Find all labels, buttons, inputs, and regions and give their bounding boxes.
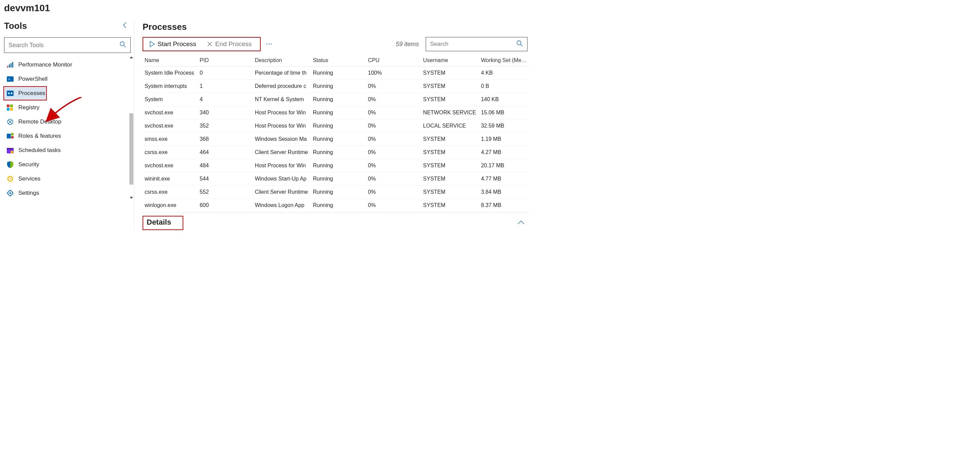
main-panel: Processes Start Process End Process ··· …	[134, 20, 530, 230]
svg-point-35	[517, 41, 521, 45]
more-actions-button[interactable]: ···	[266, 41, 272, 47]
svg-rect-22	[7, 148, 14, 149]
cell-name: System Idle Process	[143, 67, 197, 80]
sidebar-item-label: Registry	[18, 104, 40, 111]
cell-pid: 544	[197, 172, 253, 186]
scrollbar-thumb[interactable]	[129, 113, 134, 184]
svg-marker-32	[150, 41, 154, 47]
item-count: 59 items	[396, 41, 419, 48]
table-row[interactable]: winlogon.exe600Windows Logon AppRunning0…	[143, 199, 530, 212]
search-tools-input[interactable]	[8, 42, 119, 49]
sidebar-item-settings[interactable]: Settings	[3, 186, 127, 200]
cell-desc: Host Process for Win	[253, 159, 311, 172]
cell-pid: 0	[197, 67, 253, 80]
cell-desc: NT Kernel & System	[253, 93, 311, 106]
table-row[interactable]: System4NT Kernel & SystemRunning0%SYSTEM…	[143, 93, 530, 106]
search-tools-input-wrapper[interactable]	[4, 37, 131, 53]
sidebar-scrollbar[interactable]	[129, 56, 134, 200]
play-icon	[150, 41, 155, 47]
search-processes-input[interactable]	[430, 41, 516, 48]
cell-name: winlogon.exe	[143, 199, 197, 212]
col-cpu[interactable]: CPU	[366, 55, 421, 67]
scroll-up-icon[interactable]	[130, 56, 133, 58]
sidebar-item-powershell[interactable]: >_PowerShell	[3, 72, 127, 86]
sidebar-item-label: Remote Desktop	[18, 118, 62, 125]
col-status[interactable]: Status	[311, 55, 366, 67]
table-row[interactable]: svchost.exe484Host Process for WinRunnin…	[143, 159, 530, 172]
col-username[interactable]: Username	[421, 55, 479, 67]
cell-user: SYSTEM	[421, 80, 479, 93]
svg-rect-11	[7, 105, 10, 107]
sidebar-item-registry[interactable]: Registry	[3, 100, 127, 115]
col-working-set[interactable]: Working Set (Me…	[479, 55, 530, 67]
cell-cpu: 100%	[366, 67, 421, 80]
cell-ws: 32.59 MB	[479, 119, 530, 133]
svg-rect-14	[10, 108, 13, 111]
sidebar-item-roles-features[interactable]: Roles & features	[3, 129, 127, 143]
processes-icon	[7, 90, 14, 97]
svg-rect-3	[9, 65, 10, 68]
scroll-down-icon[interactable]	[130, 197, 133, 199]
cell-ws: 15.06 MB	[479, 106, 530, 119]
perf-monitor-icon	[7, 61, 14, 68]
cell-pid: 484	[197, 159, 253, 172]
cell-name: svchost.exe	[143, 119, 197, 133]
table-row[interactable]: svchost.exe352Host Process for WinRunnin…	[143, 119, 530, 133]
details-panel-header[interactable]: Details	[143, 216, 183, 230]
svg-rect-2	[7, 66, 8, 68]
cell-desc: Deferred procedure c	[253, 80, 311, 93]
hostname-heading: devvm101	[0, 0, 530, 20]
table-row[interactable]: smss.exe368Windows Session MaRunning0%SY…	[143, 133, 530, 146]
sidebar-item-remote-desktop[interactable]: Remote Desktop	[3, 115, 127, 129]
sidebar-item-label: Services	[18, 175, 40, 182]
cell-ws: 4.77 MB	[479, 172, 530, 186]
cell-status: Running	[311, 172, 366, 186]
cell-name: svchost.exe	[143, 159, 197, 172]
sidebar-item-services[interactable]: Services	[3, 172, 127, 186]
col-description[interactable]: Description	[253, 55, 311, 67]
expand-details-button[interactable]	[517, 220, 525, 226]
cell-name: wininit.exe	[143, 172, 197, 186]
svg-point-10	[11, 93, 13, 94]
sidebar-item-processes[interactable]: Processes	[3, 86, 47, 100]
cell-ws: 20.17 MB	[479, 159, 530, 172]
table-row[interactable]: csrss.exe464Client Server RuntimeRunning…	[143, 146, 530, 159]
cell-cpu: 0%	[366, 106, 421, 119]
cell-user: SYSTEM	[421, 67, 479, 80]
cell-user: SYSTEM	[421, 172, 479, 186]
search-processes-wrapper[interactable]	[426, 37, 528, 51]
cell-ws: 140 KB	[479, 93, 530, 106]
cell-status: Running	[311, 93, 366, 106]
table-row[interactable]: csrss.exe552Client Server RuntimeRunning…	[143, 186, 530, 199]
scheduled-tasks-icon	[7, 147, 14, 154]
cell-user: LOCAL SERVICE	[421, 119, 479, 133]
svg-rect-20	[11, 136, 14, 138]
col-name[interactable]: Name	[143, 55, 197, 67]
cell-user: SYSTEM	[421, 186, 479, 199]
svg-point-23	[11, 151, 13, 153]
chevron-up-icon	[517, 220, 525, 225]
cell-name: csrss.exe	[143, 146, 197, 159]
start-process-button[interactable]: Start Process	[144, 38, 202, 50]
end-process-button[interactable]: End Process	[202, 38, 257, 50]
cell-ws: 0 B	[479, 80, 530, 93]
cell-desc: Host Process for Win	[253, 119, 311, 133]
search-icon	[119, 41, 126, 49]
col-pid[interactable]: PID	[197, 55, 253, 67]
sidebar-item-performance-monitor[interactable]: Performance Monitor	[3, 58, 127, 72]
process-action-toolbar: Start Process End Process	[143, 37, 261, 51]
table-row[interactable]: svchost.exe340Host Process for WinRunnin…	[143, 106, 530, 119]
table-row[interactable]: wininit.exe544Windows Start-Up ApRunning…	[143, 172, 530, 186]
table-row[interactable]: System interrupts1Deferred procedure cRu…	[143, 80, 530, 93]
collapse-sidebar-button[interactable]	[119, 20, 131, 32]
table-row[interactable]: System Idle Process0Percentage of time t…	[143, 67, 530, 80]
cell-pid: 368	[197, 133, 253, 146]
cell-status: Running	[311, 119, 366, 133]
svg-rect-5	[12, 62, 13, 68]
chevron-left-icon	[123, 22, 127, 29]
cell-pid: 340	[197, 106, 253, 119]
sidebar-item-security[interactable]: Security	[3, 157, 127, 172]
cell-cpu: 0%	[366, 186, 421, 199]
sidebar-item-scheduled-tasks[interactable]: Scheduled tasks	[3, 143, 127, 157]
cell-status: Running	[311, 186, 366, 199]
